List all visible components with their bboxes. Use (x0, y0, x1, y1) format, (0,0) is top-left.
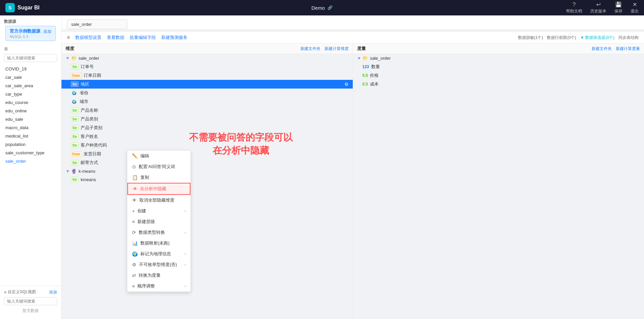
dim-field-row[interactable]: Str产品子类别 (61, 123, 353, 132)
field-type-badge: Str (71, 125, 79, 130)
table-name-input[interactable] (67, 19, 127, 29)
ctx-menu-item[interactable]: ✏️编辑 (127, 151, 190, 161)
demo-ext-link[interactable]: 🔗 (328, 5, 333, 10)
ctx-menu-item[interactable]: ⇄转换为度量 (127, 270, 190, 281)
dim-field-row[interactable]: Str产品名称 (61, 106, 353, 115)
sidebar-table-item[interactable]: edu_course (0, 98, 61, 107)
ctx-menu-item[interactable]: +创建› (127, 206, 190, 216)
field-name: 客户种类代码 (81, 142, 107, 148)
batch-edit-link[interactable]: 批量编辑字段 (130, 35, 156, 41)
field-type-badge: 🌍 (71, 91, 78, 96)
datasource-add-button[interactable]: 添加 (43, 29, 51, 35)
ctx-item-label: 数据映射(未跑) (140, 240, 170, 246)
table-search-input[interactable] (4, 54, 57, 62)
measure-folder-sale-order[interactable]: ▼ 📁 sale_order (353, 54, 644, 62)
toolbar-menu-icon[interactable]: ≡ (67, 35, 70, 41)
dim-field-row[interactable]: Date发货日期 (61, 150, 353, 158)
sidebar-table-item[interactable]: car_sale_area (0, 82, 61, 90)
help-doc-button[interactable]: ? 帮助文档 (566, 2, 582, 14)
dim-folder-icon: 📁 (71, 56, 77, 61)
sql-section-title: ≡ 自定义SQL视图 (4, 289, 36, 295)
toolbar: ≡ 数据模型设置 查看数据 批量编辑字段 新建预测服务 数据脱敏(1个) 数据行… (61, 32, 644, 44)
topbar-center: Demo 🔗 (311, 5, 333, 11)
ctx-menu-item[interactable]: 🌍标记为地理信息› (127, 249, 190, 259)
dim-field-row[interactable]: Str地区⚙ (61, 80, 353, 89)
help-label: 帮助文档 (566, 8, 582, 14)
sidebar-table-item[interactable]: car_type (0, 90, 61, 98)
gear-icon[interactable]: ⚙ (344, 82, 349, 87)
measure-field-row[interactable]: 0.5成本 (353, 80, 644, 89)
sidebar-table-item[interactable]: sale_order (0, 157, 61, 165)
measure-field-row[interactable]: 0.5价格 (353, 71, 644, 80)
dim-field-row[interactable]: Date订单日期 (61, 71, 353, 80)
ctx-item-icon: 👁 (133, 186, 137, 192)
data-row-auth-button[interactable]: 数据行权限(0个) (547, 35, 576, 41)
exit-label: 退出 (631, 8, 639, 14)
data-filter-button[interactable]: ▼ 数据筛选器(0个) (580, 35, 614, 41)
ctx-item-label: 顺序调整 (137, 283, 155, 289)
ctx-item-arrow: › (184, 262, 186, 267)
demo-label: Demo (311, 5, 325, 11)
ctx-menu-item[interactable]: ⚙不可枚举型维度(否)› (127, 259, 190, 270)
model-settings-link[interactable]: 数据模型设置 (75, 35, 101, 41)
sql-search-input[interactable] (4, 297, 57, 305)
ctx-menu-item[interactable]: ≡新建层级 (127, 216, 190, 227)
datasource-item[interactable]: 官方示例数据源 添加 MySQL 5.X (5, 26, 56, 41)
dim-kmeans-folder[interactable]: ▼ 🔮 k-means (61, 167, 353, 175)
table-list: COVID_19car_salecar_sale_areacar_typeedu… (0, 63, 61, 286)
ctx-menu-item[interactable]: ≡顺序调整› (127, 281, 190, 291)
logo-text: Sugar BI (17, 5, 40, 11)
dim-kmeans-folder-icon: 🔮 (71, 169, 77, 174)
exit-button[interactable]: ✕ 退出 (631, 1, 639, 14)
sync-struct-button[interactable]: 同步表结构 (618, 35, 639, 41)
dim-field-row[interactable]: 🌍省份 (61, 89, 353, 97)
ctx-menu-item[interactable]: 📊数据映射(未跑) (127, 238, 190, 249)
sidebar: 数据源 官方示例数据源 添加 MySQL 5.X 表 COVID_19car_s… (0, 15, 61, 319)
field-name: 产品子类别 (81, 125, 102, 131)
ctx-item-label: 标记为地理信息 (140, 251, 171, 257)
field-name: 邮寄方式 (81, 160, 98, 166)
ctx-item-icon: ≡ (132, 219, 135, 224)
sidebar-table-item[interactable]: population (0, 140, 61, 149)
topbar: S Sugar BI Demo 🔗 ? 帮助文档 ↩ 历史版本 💾 保存 ✕ 退… (0, 0, 644, 15)
ctx-menu-item[interactable]: ⊙配置'AI问答'同义词 (127, 161, 190, 172)
ctx-menu-item[interactable]: 📋复制 (127, 172, 190, 183)
table-name-bar (61, 15, 644, 29)
field-name: 产品名称 (81, 107, 98, 113)
dim-folder-sale-order[interactable]: ▼ 📁 sale_order (61, 54, 353, 62)
sidebar-table-item[interactable]: car_sale (0, 73, 61, 82)
history-button[interactable]: ↩ 历史版本 (590, 1, 606, 14)
sidebar-table-item[interactable]: sale_customer_type (0, 149, 61, 157)
dim-field-row[interactable]: Str产品类别 (61, 115, 353, 123)
dim-panel-header: 维度 新建文件夹 新建计算维度 (61, 44, 353, 54)
dim-new-folder-button[interactable]: 新建文件夹 (300, 46, 320, 52)
sidebar-table-item[interactable]: COVID_19 (0, 65, 61, 73)
sidebar-table-item[interactable]: medical_list (0, 132, 61, 140)
sidebar-table-item[interactable]: edu_sale (0, 115, 61, 123)
measure-new-folder-button[interactable]: 新建文件夹 (592, 46, 612, 52)
sidebar-table-item[interactable]: edu_online (0, 107, 61, 115)
dim-field-row[interactable]: 🌍城市 (61, 97, 353, 106)
ctx-menu-item[interactable]: 👁取消全部隐藏维度 (127, 195, 190, 206)
datasource-name: 官方示例数据源 (10, 28, 40, 34)
ctx-menu-item[interactable]: 👁在分析中隐藏 (127, 183, 190, 195)
dim-field-row[interactable]: Str客户种类代码 (61, 141, 353, 150)
measure-field-row[interactable]: 123数量 (353, 62, 644, 71)
measure-new-calc-button[interactable]: 新建计算度量 (616, 46, 640, 52)
data-sensitive-button[interactable]: 数据脱敏(1个) (518, 35, 543, 41)
dim-field-row[interactable]: Str订单号 (61, 62, 353, 71)
context-menu: ✏️编辑⊙配置'AI问答'同义词📋复制👁在分析中隐藏👁取消全部隐藏维度+创建›≡… (127, 150, 191, 292)
dim-panel-title: 维度 (66, 46, 300, 52)
dim-kmeans-field[interactable]: Str kmeans (61, 175, 353, 183)
save-button[interactable]: 💾 保存 (614, 1, 622, 14)
dim-field-row[interactable]: Str邮寄方式 (61, 158, 353, 167)
sidebar-table-item[interactable]: macro_data (0, 123, 61, 132)
view-data-link[interactable]: 查看数据 (107, 35, 124, 41)
dim-new-calc-button[interactable]: 新建计算维度 (325, 46, 349, 52)
sql-add-button[interactable]: 添加 (49, 289, 57, 295)
new-predict-link[interactable]: 新建预测服务 (161, 35, 187, 41)
dim-kmeans-folder-name: k-means (79, 169, 95, 174)
ctx-menu-item[interactable]: ⟳数据类型转换› (127, 227, 190, 238)
field-type-badge: Str (71, 143, 79, 148)
dim-field-row[interactable]: Str客户姓名 (61, 132, 353, 141)
